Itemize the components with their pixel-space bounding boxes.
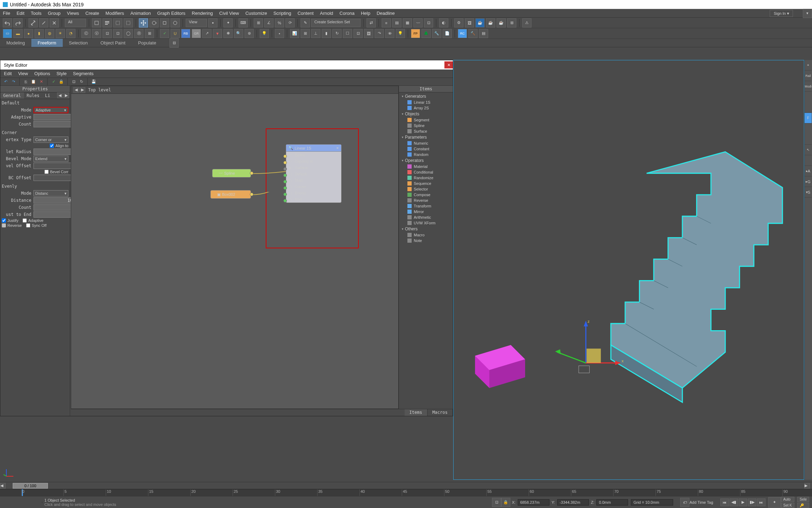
material-editor-button[interactable]: ◐ xyxy=(439,18,448,28)
tree-category[interactable]: Objects xyxy=(400,111,451,117)
ribbon-populate[interactable]: Populate xyxy=(132,39,162,47)
tree-button[interactable]: 🌲 xyxy=(422,29,431,38)
z-coord[interactable]: 0.0mm xyxy=(596,499,628,506)
asset-button[interactable]: ⊞ xyxy=(507,18,516,28)
u-button[interactable]: U xyxy=(171,29,180,38)
menu-content[interactable]: Content xyxy=(297,11,314,16)
se-redo-button[interactable]: ↷ xyxy=(10,79,17,85)
port-surface[interactable] xyxy=(283,167,287,171)
tree-item[interactable]: Surface xyxy=(400,128,451,134)
wrench-button[interactable]: 🔧 xyxy=(432,29,441,38)
se-copy-button[interactable]: ⎘ xyxy=(23,79,29,85)
tree-item[interactable]: Spline xyxy=(400,123,451,128)
menu-customize[interactable]: Customize xyxy=(245,11,267,16)
node-box[interactable]: ▣ Box002 xyxy=(210,190,251,199)
bulb-button[interactable]: 💡 xyxy=(260,29,269,38)
circle-r-button[interactable]: Ⓡ xyxy=(134,29,143,38)
cmd-pick-button[interactable]: ↖ xyxy=(805,145,812,155)
ribbon-selection[interactable]: Selection xyxy=(63,39,94,47)
axis-button[interactable]: ⊥ xyxy=(311,29,320,38)
items-tree[interactable]: GeneratorsLinear 1SArray 2SObjectsSegmen… xyxy=(399,92,453,409)
play-button[interactable]: ▶ xyxy=(739,498,747,506)
unlink-button[interactable] xyxy=(39,18,48,28)
select-by-name-button[interactable] xyxy=(103,18,112,28)
isolate-button[interactable]: ⊡ xyxy=(492,498,501,507)
tree-item[interactable]: Mirror xyxy=(400,209,451,214)
timeslider-prev[interactable]: ◀ xyxy=(0,483,6,489)
keyboard-button[interactable]: ⌨ xyxy=(239,18,248,28)
angle-snap-toggle[interactable]: ∠ xyxy=(264,18,273,28)
selection-filter-dropdown[interactable]: All xyxy=(65,19,86,27)
light-button[interactable]: ☀ xyxy=(56,29,65,38)
tree-item[interactable]: Random xyxy=(400,152,451,157)
port-default[interactable] xyxy=(283,174,287,177)
torus-prim-button[interactable]: ◍ xyxy=(45,29,54,38)
cad-button[interactable]: ⊡ xyxy=(103,29,112,38)
port-evenly[interactable] xyxy=(283,193,287,196)
timeslider-next[interactable]: ▶ xyxy=(804,483,810,489)
se-undo-button[interactable]: ↶ xyxy=(2,79,9,85)
lock-selection-button[interactable]: 🔒 xyxy=(501,498,510,507)
set-key-button[interactable]: Set K xyxy=(781,503,794,508)
percent-snap-toggle[interactable]: % xyxy=(275,18,284,28)
box-prim-button[interactable]: ▭ xyxy=(3,29,12,38)
port-corner[interactable] xyxy=(283,186,287,190)
next-frame-button[interactable]: ▮▶ xyxy=(748,498,756,506)
menu-edit[interactable]: Edit xyxy=(17,11,24,16)
tree-item[interactable]: Macro xyxy=(400,232,451,238)
port-clip[interactable] xyxy=(283,161,287,164)
list-button[interactable]: ▤ xyxy=(479,29,488,38)
nav-gizmo[interactable]: ✦ xyxy=(768,497,781,508)
port-spline[interactable] xyxy=(283,155,287,158)
c-button[interactable]: Ⓒ xyxy=(81,29,91,38)
evenly-mode-dropdown[interactable]: Distanc▾ xyxy=(33,190,68,196)
se-menu-options[interactable]: Options xyxy=(34,71,50,76)
prev-frame-button[interactable]: ◀▮ xyxy=(730,498,738,506)
align-button[interactable]: ≡ xyxy=(382,18,391,28)
cmd-s-rollout[interactable]: ▾ S xyxy=(805,187,812,198)
tree-item[interactable]: Array 2S xyxy=(400,105,451,111)
tree-category[interactable]: Operators xyxy=(400,157,451,164)
se-save-button[interactable]: 💾 xyxy=(91,79,97,85)
se-menu-segments[interactable]: Segments xyxy=(73,71,94,76)
add-time-tag[interactable]: Add Time Tag xyxy=(689,500,713,504)
se-frame-button[interactable]: ⊡ xyxy=(70,79,77,85)
se-menu-view[interactable]: View xyxy=(18,71,28,76)
select-rect-button[interactable] xyxy=(113,18,122,28)
node-spline[interactable]: 〰 Spline xyxy=(212,169,251,177)
tree-item[interactable]: Linear 1S xyxy=(400,99,451,105)
pivot-button[interactable] xyxy=(208,18,217,28)
select-place-button[interactable] xyxy=(171,18,180,28)
se-menu-style[interactable]: Style xyxy=(56,71,67,76)
spline-port-out[interactable] xyxy=(250,171,253,175)
bulb2-button[interactable]: 💡 xyxy=(396,29,405,38)
ribbon-modeling[interactable]: Modeling xyxy=(0,39,31,47)
sheet-button[interactable]: 📄 xyxy=(443,29,452,38)
menu-arnold[interactable]: Arnold xyxy=(320,11,333,16)
menu-grapheditors[interactable]: Graph Editors xyxy=(157,11,185,16)
filter-button[interactable]: ▼ xyxy=(213,29,222,38)
spotlight-button[interactable]: ◔ xyxy=(66,29,75,38)
curve-editor-button[interactable]: 〰 xyxy=(413,18,423,28)
menu-rendering[interactable]: Rendering xyxy=(192,11,213,16)
ribbon-freeform[interactable]: Freeform xyxy=(31,39,63,47)
hammer-button[interactable]: 🔨 xyxy=(468,29,478,38)
menu-tools[interactable]: Tools xyxy=(31,11,41,16)
layer-explorer-button[interactable]: ▤ xyxy=(392,18,401,28)
tree-item[interactable]: UVW XForm xyxy=(400,220,451,226)
pic-button[interactable]: 🖼 xyxy=(364,29,373,38)
tree-item[interactable]: Selector xyxy=(400,186,451,192)
mirror-button[interactable]: ⇄ xyxy=(367,18,376,28)
render-button-2[interactable]: ☕ xyxy=(486,18,495,28)
box-port-out[interactable] xyxy=(250,193,253,196)
items-tab[interactable]: Items xyxy=(405,409,427,416)
render-button-3[interactable]: ☕ xyxy=(497,18,506,28)
x-coord[interactable]: 6858.237m xyxy=(518,499,549,506)
undo-button[interactable] xyxy=(3,18,12,28)
menu-modifiers[interactable]: Modifiers xyxy=(105,11,124,16)
tree-item[interactable]: Sequence xyxy=(400,181,451,186)
align-checkbox[interactable]: Align to xyxy=(50,144,68,148)
ribbon-toggle[interactable]: ⊟ xyxy=(170,38,179,48)
eadaptive-checkbox[interactable]: Adaptive xyxy=(23,218,43,223)
menu-scripting[interactable]: Scripting xyxy=(273,11,291,16)
